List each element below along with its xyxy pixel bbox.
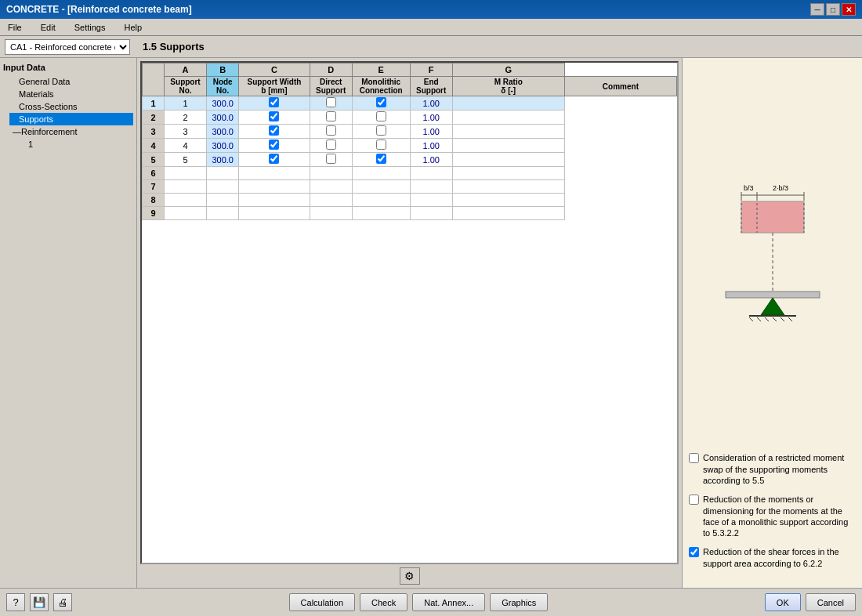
col-header-c: C [239,63,310,77]
supports-table: A B C D E F G SupportNo. NodeNo. Support… [142,63,677,220]
svg-line-12 [749,317,753,321]
col-subheader-support-width: Support Widthb [mm] [239,77,310,96]
cancel-button[interactable]: Cancel [806,593,856,611]
print-icon-button[interactable]: 🖨 [53,593,72,611]
calculation-button[interactable]: Calculation [289,593,355,611]
table-container[interactable]: A B C D E F G SupportNo. NodeNo. Support… [140,61,679,564]
table-tools-bar: ⚙ [140,567,679,585]
svg-line-16 [781,317,784,321]
close-button[interactable]: ✕ [842,3,856,16]
center-buttons: Calculation Check Nat. Annex... Graphics [289,593,549,611]
col-header-empty [143,63,165,96]
title-bar: CONCRETE - [Reinforced concrete beam] ─ … [0,0,862,19]
right-panel: b/3 2·b/3 [682,58,862,588]
graphics-button[interactable]: Graphics [490,593,548,611]
sidebar-item-general-data[interactable]: General Data [9,75,133,88]
checkbox-label-3: Reduction of the shear forces in the sup… [703,546,856,569]
sidebar-group: General Data Materials Cross-Sections Su… [3,75,133,150]
checkbox-label-2: Reduction of the moments or dimensioning… [703,494,856,538]
menu-settings[interactable]: Settings [70,21,110,34]
svg-text:2·b/3: 2·b/3 [773,184,788,192]
project-dropdown[interactable]: CA1 - Reinforced concrete desi [5,39,130,55]
checkbox-shear-reduction[interactable] [689,547,699,557]
menu-help[interactable]: Help [119,21,147,34]
col-header-e: E [352,63,410,77]
svg-text:b/3: b/3 [744,184,754,192]
save-icon-button[interactable]: 💾 [30,593,49,611]
svg-rect-0 [741,201,804,233]
checkbox-moment-swap[interactable] [689,453,699,463]
window-controls: ─ □ ✕ [810,3,856,16]
sidebar-item-cross-sections[interactable]: Cross-Sections [9,100,133,113]
ok-button[interactable]: OK [765,593,801,611]
table-row[interactable]: 22300.01.00 [143,111,677,125]
help-icon-button[interactable]: ? [6,593,25,611]
checkbox-row-1: Consideration of a restricted moment swa… [689,452,856,486]
sidebar-item-reinforcement-1[interactable]: 1 [9,138,133,150]
checkboxes-area: Consideration of a restricted moment swa… [689,448,856,582]
table-tools-button[interactable]: ⚙ [400,567,420,585]
table-row[interactable]: 6 [143,167,677,180]
sidebar-item-materials[interactable]: Materials [9,88,133,100]
bottom-bar: ? 💾 🖨 Calculation Check Nat. Annex... Gr… [0,588,862,616]
table-row[interactable]: 11300.01.00 [143,96,677,111]
checkbox-row-3: Reduction of the shear forces in the sup… [689,546,856,569]
right-buttons: OK Cancel [765,593,856,611]
checkbox-moment-reduction[interactable] [689,495,699,505]
window-title: CONCRETE - [Reinforced concrete beam] [6,4,192,15]
table-row[interactable]: 44300.01.00 [143,139,677,153]
left-buttons: ? 💾 🖨 [6,593,72,611]
menu-edit[interactable]: Edit [36,21,60,34]
col-header-g: G [452,63,564,77]
table-row[interactable]: 7 [143,180,677,194]
col-subheader-end-support: EndSupport [410,77,452,96]
sidebar: Input Data General Data Materials Cross-… [0,58,137,588]
col-header-b: B [207,63,239,77]
checkbox-row-2: Reduction of the moments or dimensioning… [689,494,856,538]
col-subheader-support-no: SupportNo. [165,77,207,96]
col-header-d: D [310,63,352,77]
svg-line-17 [788,317,792,321]
content-area: A B C D E F G SupportNo. NodeNo. Support… [137,58,682,588]
svg-line-13 [757,317,761,321]
table-row[interactable]: 33300.01.00 [143,125,677,139]
checkbox-label-1: Consideration of a restricted moment swa… [703,452,856,486]
menu-bar: File Edit Settings Help [0,19,862,36]
sidebar-header: Input Data [3,63,133,72]
svg-rect-2 [726,292,820,298]
table-row[interactable]: 55300.01.00 [143,153,677,167]
svg-line-15 [773,317,777,321]
svg-line-14 [765,317,769,321]
sidebar-item-reinforcement[interactable]: — Reinforcement [9,125,133,138]
table-row[interactable]: 8 [143,194,677,207]
col-subheader-mratio: M Ratioδ [-] [452,77,564,96]
main-container: Input Data General Data Materials Cross-… [0,58,862,588]
support-diagram: b/3 2·b/3 [694,170,851,342]
table-row[interactable]: 9 [143,207,677,220]
svg-marker-10 [761,298,784,315]
col-subheader-direct-support: DirectSupport [310,77,352,96]
minimize-button[interactable]: ─ [810,3,824,16]
sidebar-item-supports[interactable]: Supports [9,113,133,125]
col-subheader-node-no: NodeNo. [207,77,239,96]
col-subheader-comment: Comment [564,77,676,96]
toolbar: CA1 - Reinforced concrete desi 1.5 Suppo… [0,36,862,58]
menu-file[interactable]: File [3,21,27,34]
col-header-a: A [165,63,207,77]
maximize-button[interactable]: □ [826,3,840,16]
col-subheader-monolithic: MonolithicConnection [352,77,410,96]
check-button[interactable]: Check [360,593,407,611]
section-title: 1.5 Supports [143,41,205,53]
diagram-area: b/3 2·b/3 [689,64,856,448]
nat-annex-button[interactable]: Nat. Annex... [412,593,485,611]
col-header-f: F [410,63,452,77]
